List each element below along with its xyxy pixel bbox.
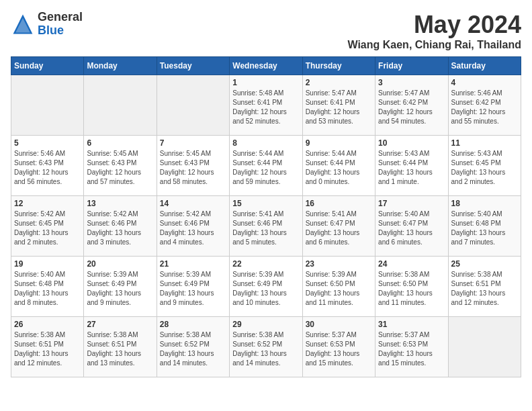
header-cell-saturday: Saturday <box>448 57 521 75</box>
calendar-cell: 29Sunrise: 5:38 AM Sunset: 6:52 PM Dayli… <box>230 317 302 377</box>
cell-content: Sunrise: 5:45 AM Sunset: 6:43 PM Dayligh… <box>87 149 153 187</box>
week-row-1: 5Sunrise: 5:46 AM Sunset: 6:43 PM Daylig… <box>11 136 521 196</box>
header-cell-monday: Monday <box>84 57 157 75</box>
day-number: 3 <box>378 78 445 87</box>
cell-content: Sunrise: 5:39 AM Sunset: 6:49 PM Dayligh… <box>232 270 299 308</box>
cell-content: Sunrise: 5:43 AM Sunset: 6:45 PM Dayligh… <box>451 149 518 187</box>
cell-content: Sunrise: 5:45 AM Sunset: 6:43 PM Dayligh… <box>160 149 226 187</box>
day-number: 29 <box>232 320 299 329</box>
calendar-cell: 11Sunrise: 5:43 AM Sunset: 6:45 PM Dayli… <box>448 136 521 196</box>
cell-content: Sunrise: 5:38 AM Sunset: 6:51 PM Dayligh… <box>87 330 153 368</box>
cell-content: Sunrise: 5:46 AM Sunset: 6:43 PM Dayligh… <box>14 149 81 187</box>
calendar-cell: 20Sunrise: 5:39 AM Sunset: 6:49 PM Dayli… <box>84 257 157 317</box>
calendar-cell <box>84 75 157 136</box>
day-number: 9 <box>306 138 372 148</box>
day-number: 21 <box>160 259 226 269</box>
cell-content: Sunrise: 5:43 AM Sunset: 6:44 PM Dayligh… <box>378 149 445 187</box>
day-number: 5 <box>14 138 81 148</box>
week-row-2: 12Sunrise: 5:42 AM Sunset: 6:45 PM Dayli… <box>11 196 521 257</box>
day-number: 7 <box>160 138 226 148</box>
cell-content: Sunrise: 5:44 AM Sunset: 6:44 PM Dayligh… <box>232 149 299 187</box>
day-number: 26 <box>14 320 81 329</box>
cell-content: Sunrise: 5:47 AM Sunset: 6:41 PM Dayligh… <box>306 89 372 126</box>
calendar-cell: 30Sunrise: 5:37 AM Sunset: 6:53 PM Dayli… <box>302 317 375 377</box>
header-cell-thursday: Thursday <box>302 57 375 75</box>
day-number: 23 <box>306 259 372 269</box>
header-cell-friday: Friday <box>375 57 448 75</box>
calendar-cell: 10Sunrise: 5:43 AM Sunset: 6:44 PM Dayli… <box>375 136 448 196</box>
day-number: 25 <box>451 259 518 269</box>
calendar-cell: 9Sunrise: 5:44 AM Sunset: 6:44 PM Daylig… <box>302 136 375 196</box>
cell-content: Sunrise: 5:39 AM Sunset: 6:50 PM Dayligh… <box>306 270 372 308</box>
calendar-cell: 3Sunrise: 5:47 AM Sunset: 6:42 PM Daylig… <box>375 75 448 136</box>
title-block: May 2024 Wiang Kaen, Chiang Rai, Thailan… <box>347 11 521 51</box>
cell-content: Sunrise: 5:42 AM Sunset: 6:46 PM Dayligh… <box>160 210 226 247</box>
subtitle: Wiang Kaen, Chiang Rai, Thailand <box>347 39 521 51</box>
day-number: 24 <box>378 259 445 269</box>
calendar-cell: 17Sunrise: 5:40 AM Sunset: 6:47 PM Dayli… <box>375 196 448 257</box>
calendar-cell: 27Sunrise: 5:38 AM Sunset: 6:51 PM Dayli… <box>84 317 157 377</box>
logo-blue: Blue <box>38 24 83 38</box>
week-row-3: 19Sunrise: 5:40 AM Sunset: 6:48 PM Dayli… <box>11 257 521 317</box>
logo: General Blue <box>11 11 83 38</box>
cell-content: Sunrise: 5:38 AM Sunset: 6:52 PM Dayligh… <box>232 330 299 368</box>
header-cell-wednesday: Wednesday <box>230 57 302 75</box>
calendar-cell: 24Sunrise: 5:38 AM Sunset: 6:50 PM Dayli… <box>375 257 448 317</box>
calendar-cell: 18Sunrise: 5:40 AM Sunset: 6:48 PM Dayli… <box>448 196 521 257</box>
calendar-cell <box>448 317 521 377</box>
day-number: 4 <box>451 78 518 87</box>
calendar-cell: 13Sunrise: 5:42 AM Sunset: 6:46 PM Dayli… <box>84 196 157 257</box>
cell-content: Sunrise: 5:41 AM Sunset: 6:46 PM Dayligh… <box>232 210 299 247</box>
cell-content: Sunrise: 5:47 AM Sunset: 6:42 PM Dayligh… <box>378 89 445 126</box>
calendar-cell: 23Sunrise: 5:39 AM Sunset: 6:50 PM Dayli… <box>302 257 375 317</box>
calendar-body: 1Sunrise: 5:48 AM Sunset: 6:41 PM Daylig… <box>11 75 521 377</box>
cell-content: Sunrise: 5:38 AM Sunset: 6:51 PM Dayligh… <box>14 330 81 368</box>
cell-content: Sunrise: 5:38 AM Sunset: 6:52 PM Dayligh… <box>160 330 226 368</box>
calendar-header: SundayMondayTuesdayWednesdayThursdayFrid… <box>11 57 521 75</box>
cell-content: Sunrise: 5:40 AM Sunset: 6:48 PM Dayligh… <box>14 270 81 308</box>
logo-general: General <box>38 11 83 24</box>
calendar-cell: 22Sunrise: 5:39 AM Sunset: 6:49 PM Dayli… <box>230 257 302 317</box>
cell-content: Sunrise: 5:39 AM Sunset: 6:49 PM Dayligh… <box>87 270 153 308</box>
calendar-cell: 8Sunrise: 5:44 AM Sunset: 6:44 PM Daylig… <box>230 136 302 196</box>
header-row: SundayMondayTuesdayWednesdayThursdayFrid… <box>11 57 521 75</box>
day-number: 27 <box>87 320 153 329</box>
cell-content: Sunrise: 5:39 AM Sunset: 6:49 PM Dayligh… <box>160 270 226 308</box>
day-number: 31 <box>378 320 445 329</box>
day-number: 1 <box>232 78 299 87</box>
calendar-cell: 2Sunrise: 5:47 AM Sunset: 6:41 PM Daylig… <box>302 75 375 136</box>
day-number: 6 <box>87 138 153 148</box>
day-number: 18 <box>451 199 518 208</box>
day-number: 22 <box>232 259 299 269</box>
cell-content: Sunrise: 5:40 AM Sunset: 6:47 PM Dayligh… <box>378 210 445 247</box>
day-number: 28 <box>160 320 226 329</box>
calendar-cell: 16Sunrise: 5:41 AM Sunset: 6:47 PM Dayli… <box>302 196 375 257</box>
calendar-cell: 12Sunrise: 5:42 AM Sunset: 6:45 PM Dayli… <box>11 196 84 257</box>
day-number: 14 <box>160 199 226 208</box>
cell-content: Sunrise: 5:37 AM Sunset: 6:53 PM Dayligh… <box>378 330 445 368</box>
calendar-cell: 14Sunrise: 5:42 AM Sunset: 6:46 PM Dayli… <box>157 196 229 257</box>
day-number: 2 <box>306 78 372 87</box>
calendar-cell: 25Sunrise: 5:38 AM Sunset: 6:51 PM Dayli… <box>448 257 521 317</box>
week-row-0: 1Sunrise: 5:48 AM Sunset: 6:41 PM Daylig… <box>11 75 521 136</box>
cell-content: Sunrise: 5:42 AM Sunset: 6:46 PM Dayligh… <box>87 210 153 247</box>
calendar-cell: 21Sunrise: 5:39 AM Sunset: 6:49 PM Dayli… <box>157 257 229 317</box>
day-number: 30 <box>306 320 372 329</box>
calendar-cell: 4Sunrise: 5:46 AM Sunset: 6:42 PM Daylig… <box>448 75 521 136</box>
calendar-cell: 28Sunrise: 5:38 AM Sunset: 6:52 PM Dayli… <box>157 317 229 377</box>
cell-content: Sunrise: 5:40 AM Sunset: 6:48 PM Dayligh… <box>451 210 518 247</box>
day-number: 8 <box>232 138 299 148</box>
day-number: 16 <box>306 199 372 208</box>
page-header: General Blue May 2024 Wiang Kaen, Chiang… <box>11 11 521 51</box>
calendar-cell <box>157 75 229 136</box>
calendar-cell: 15Sunrise: 5:41 AM Sunset: 6:46 PM Dayli… <box>230 196 302 257</box>
cell-content: Sunrise: 5:38 AM Sunset: 6:50 PM Dayligh… <box>378 270 445 308</box>
day-number: 15 <box>232 199 299 208</box>
cell-content: Sunrise: 5:48 AM Sunset: 6:41 PM Dayligh… <box>232 89 299 126</box>
cell-content: Sunrise: 5:38 AM Sunset: 6:51 PM Dayligh… <box>451 270 518 308</box>
header-cell-tuesday: Tuesday <box>157 57 229 75</box>
calendar-cell: 7Sunrise: 5:45 AM Sunset: 6:43 PM Daylig… <box>157 136 229 196</box>
cell-content: Sunrise: 5:41 AM Sunset: 6:47 PM Dayligh… <box>306 210 372 247</box>
calendar-cell: 1Sunrise: 5:48 AM Sunset: 6:41 PM Daylig… <box>230 75 302 136</box>
day-number: 11 <box>451 138 518 148</box>
